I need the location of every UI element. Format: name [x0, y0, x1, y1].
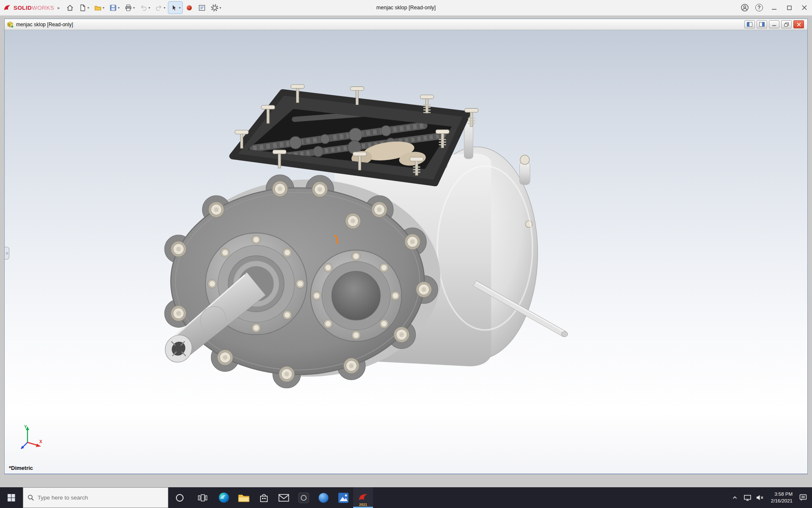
action-center-button[interactable]: [797, 487, 809, 508]
split-window-button[interactable]: [757, 20, 767, 28]
mail-app-button[interactable]: [274, 487, 294, 508]
photos-app-button[interactable]: [333, 487, 353, 508]
doc-close-button[interactable]: [793, 20, 804, 28]
new-window-button[interactable]: [744, 20, 755, 28]
doc-restore-button[interactable]: [781, 20, 792, 28]
window-tile-left-icon: [747, 22, 752, 27]
dropdown-icon[interactable]: ▾: [103, 6, 104, 10]
app-window-title: menjac sklop [Read-only]: [376, 5, 436, 11]
redo-icon: [155, 4, 163, 12]
home-button[interactable]: [64, 2, 76, 14]
tray-expand-button[interactable]: [729, 487, 741, 508]
task-pane-button[interactable]: [196, 2, 208, 14]
graphics-viewport[interactable]: Y X *Dimetric: [5, 30, 807, 474]
close-icon: [802, 5, 807, 10]
solidworks-app-icon: [358, 493, 369, 503]
brand-works: WORKS: [32, 5, 54, 11]
windows-taskbar: 2021 3:58 PM 2/16/2021: [0, 487, 812, 508]
undo-button[interactable]: ▾: [138, 2, 152, 14]
tray-display-button[interactable]: [741, 487, 754, 508]
maximize-button[interactable]: [782, 0, 797, 16]
open-folder-icon: [94, 4, 102, 12]
app-window-controls: ?: [738, 0, 812, 16]
doc-minimize-icon: [772, 22, 776, 26]
select-tool-button[interactable]: ▾: [168, 2, 182, 14]
pinned-app-dark-button[interactable]: [294, 487, 313, 508]
document-title: menjac sklop [Read-only]: [16, 22, 73, 28]
close-button[interactable]: [797, 0, 812, 16]
quick-access-toolbar: ▾ ▾ ▾ ▾ ▾ ▾ ▾: [64, 2, 223, 14]
print-button[interactable]: ▾: [123, 2, 137, 14]
search-icon: [27, 494, 34, 501]
search-input[interactable]: [38, 494, 164, 501]
start-button[interactable]: [0, 487, 23, 508]
file-explorer-app-button[interactable]: [234, 487, 254, 508]
cortana-icon: [175, 493, 184, 502]
cortana-button[interactable]: [168, 487, 191, 508]
pinned-app-sphere-button[interactable]: [313, 487, 333, 508]
display-icon: [744, 494, 751, 501]
task-pane-icon: [198, 4, 206, 12]
gearbox-model[interactable]: [5, 30, 807, 474]
store-app-button[interactable]: [254, 487, 274, 508]
task-view-icon: [198, 494, 207, 502]
doc-minimize-button[interactable]: [769, 20, 779, 28]
home-icon: [66, 4, 74, 12]
solidworks-brand: SOLIDWORKS: [3, 4, 54, 11]
pinned-app-sphere-icon: [318, 492, 329, 503]
triad-x-label: X: [39, 439, 42, 444]
brand-solid: SOLID: [14, 5, 32, 11]
view-orientation-label: *Dimetric: [9, 465, 33, 471]
system-tray: 3:58 PM 2/16/2021: [729, 487, 812, 508]
task-view-button[interactable]: [191, 487, 214, 508]
clock-date: 2/16/2021: [771, 498, 793, 505]
side-cover-boss: [310, 250, 401, 342]
volume-muted-icon: [756, 494, 764, 501]
dropdown-icon[interactable]: ▾: [219, 6, 221, 10]
print-icon: [124, 4, 132, 12]
edge-app-button[interactable]: [214, 487, 234, 508]
3dexperience-button[interactable]: [184, 2, 195, 14]
solidworks-app-button[interactable]: 2021: [353, 487, 373, 508]
dropdown-icon[interactable]: ▾: [164, 6, 165, 10]
save-button[interactable]: ▾: [107, 2, 121, 14]
new-document-button[interactable]: ▾: [77, 2, 91, 14]
dropdown-icon[interactable]: ▾: [88, 6, 89, 10]
help-button[interactable]: ?: [752, 0, 766, 16]
maximize-icon: [787, 6, 792, 10]
dropdown-icon[interactable]: ▾: [148, 6, 150, 10]
menu-expander-icon[interactable]: ▸: [58, 5, 60, 11]
help-icon: ?: [755, 4, 763, 11]
ds-logo-icon: [3, 4, 12, 11]
tray-volume-button[interactable]: [754, 487, 767, 508]
dropdown-icon[interactable]: ▾: [179, 6, 181, 10]
undo-icon: [140, 4, 148, 12]
doc-close-icon: [797, 22, 801, 27]
dropdown-icon[interactable]: ▾: [118, 6, 120, 10]
account-button[interactable]: [738, 0, 752, 16]
clock-time: 3:58 PM: [774, 491, 793, 498]
orientation-triad[interactable]: Y X: [14, 424, 44, 454]
account-icon: [741, 3, 749, 12]
panel-collapse-tab[interactable]: [5, 247, 9, 260]
redo-button[interactable]: ▾: [153, 2, 167, 14]
open-button[interactable]: ▾: [92, 2, 106, 14]
edge-icon: [218, 492, 230, 503]
document-window-controls: [744, 20, 805, 28]
file-explorer-icon: [238, 493, 250, 502]
taskbar-search[interactable]: [23, 487, 168, 508]
red-sphere-icon: [185, 4, 193, 12]
taskbar-clock[interactable]: 3:58 PM 2/16/2021: [771, 491, 793, 504]
options-button[interactable]: ▾: [209, 2, 223, 14]
minimize-icon: [772, 6, 776, 10]
document-titlebar[interactable]: menjac sklop [Read-only]: [5, 19, 807, 30]
triad-y-label: Y: [24, 425, 27, 429]
save-icon: [109, 4, 117, 12]
minimize-button[interactable]: [766, 0, 782, 16]
new-document-icon: [79, 4, 87, 12]
windows-logo-icon: [8, 494, 15, 502]
select-cursor-icon: [170, 4, 178, 12]
dropdown-icon[interactable]: ▾: [133, 6, 135, 10]
window-tile-right-icon: [759, 22, 765, 27]
doc-restore-icon: [784, 22, 789, 27]
